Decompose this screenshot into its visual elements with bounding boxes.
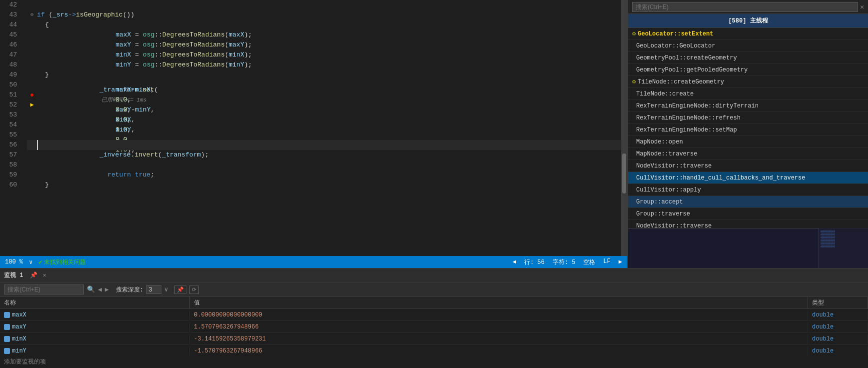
stack-item-label: RexTerrainEngineNode::refresh	[632, 114, 741, 122]
stack-item-cullvisitor-handle[interactable]: CullVisitor::handle_cull_callbacks_and_t…	[628, 172, 868, 184]
line-numbers: 42 43 44 45 46 47 48 49 50 51 52 53 54 5…	[0, 0, 25, 256]
watch-panel: 监视 1 📌 ✕ 🔍 ◀ ▶ 搜索深度: ∨ 📌 ⟳ 名称 值 类型	[0, 268, 868, 368]
bottom-section: 监视 1 📌 ✕ 🔍 ◀ ▶ 搜索深度: ∨ 📌 ⟳ 名称 值 类型	[0, 268, 868, 368]
watch-cell-name-maxx: maxX	[0, 310, 190, 320]
zoom-level[interactable]: 100 %	[5, 258, 23, 266]
stack-items[interactable]: ⚙ GeoLocator::setExtent GeoLocator::GeoL…	[628, 28, 868, 228]
code-line	[27, 0, 621, 10]
thumbnail-area: ████████████████████████████████████████…	[628, 228, 868, 268]
col-header-type: 类型	[808, 297, 868, 308]
search-depth-input[interactable]	[146, 285, 161, 294]
code-line: _inverse.invert(_transform);	[27, 150, 621, 160]
stack-item-rex-dirty[interactable]: RexTerrainEngineNode::dirtyTerrain	[628, 100, 868, 112]
watch-header: 监视 1 📌 ✕	[0, 268, 868, 282]
space-info: 空格	[583, 258, 595, 266]
watch-row-miny[interactable]: minY -1.5707963267948966 double	[0, 345, 868, 356]
watch-row-minx[interactable]: minX -3.14159265358979231 double	[0, 333, 868, 345]
stack-item-nodevisitor-traverse2[interactable]: NodeVisitor::traverse	[628, 220, 868, 228]
stack-item-label: GeoLocator::setExtent	[638, 30, 713, 38]
stack-item-group-traverse[interactable]: Group::traverse	[628, 208, 868, 220]
watch-icon	[4, 312, 10, 318]
stack-item-tilenode-creategeometry[interactable]: ⚙ TileNode::createGeometry	[628, 76, 868, 88]
refresh-btn[interactable]: ⟳	[189, 286, 199, 294]
stack-item-label: CullVisitor::handle_cull_callbacks_and_t…	[632, 174, 805, 182]
close-icon[interactable]: ✕	[42, 272, 46, 279]
right-panel-wrapper: ✕ [580] 主线程 ⚙ GeoLocator::setExtent GeoL…	[628, 0, 868, 268]
breakpoint-gutter[interactable]: ●	[27, 90, 37, 100]
status-bar-left: 100 % ∨ ✔ 未找到相关问题	[5, 258, 86, 266]
watch-cell-name-miny: minY	[0, 346, 190, 356]
stack-item-rex-refresh[interactable]: RexTerrainEngineNode::refresh	[628, 112, 868, 124]
call-stack-container: [580] 主线程 ⚙ GeoLocator::setExtent GeoLoc…	[628, 14, 868, 228]
stack-item-tilenode-create[interactable]: TileNode::create	[628, 88, 868, 100]
gear-icon-2: ⚙	[632, 78, 636, 86]
stack-item-geolocator-geolocator[interactable]: GeoLocator::GeoLocator	[628, 40, 868, 52]
watch-var-name: maxX	[12, 312, 26, 318]
code-line: return true;	[27, 170, 621, 180]
watch-icon	[4, 336, 10, 342]
clear-search-icon[interactable]: ✕	[860, 3, 864, 11]
stack-item-label: GeometryPool::getPooledGeometry	[632, 66, 748, 74]
gear-icon: ⚙	[632, 30, 636, 38]
stack-item-rex-setmap[interactable]: RexTerrainEngineNode::setMap	[628, 124, 868, 136]
pin-icon[interactable]: 📌	[30, 272, 37, 279]
stack-item-label: MapNode::traverse	[632, 150, 697, 158]
watch-cell-value-maxy: 1.5707963267948966	[190, 322, 808, 332]
status-bar: 100 % ∨ ✔ 未找到相关问题 ◀ 行: 56 字符: 5 空格 LF ▶	[0, 256, 627, 268]
stack-item-geometrypool-create[interactable]: GeometryPool::createGeometry	[628, 52, 868, 64]
code-lines[interactable]: ⊖ if ( _srs -> isGeographic ()) {	[25, 0, 621, 256]
nav-forward-icon[interactable]: ▶	[105, 286, 109, 294]
watch-row-maxy[interactable]: maxY 1.5707963267948966 double	[0, 321, 868, 333]
watch-cell-type-miny: double	[808, 346, 868, 356]
main-layout: 42 43 44 45 46 47 48 49 50 51 52 53 54 5…	[0, 0, 868, 368]
watch-search-bar: 🔍 ◀ ▶ 搜索深度: ∨ 📌 ⟳	[0, 282, 868, 297]
code-scrollbar-thumb[interactable]	[622, 154, 626, 194]
stack-item-mapnode-traverse[interactable]: MapNode::traverse	[628, 148, 868, 160]
stack-item-label: TileNode::create	[632, 90, 694, 98]
code-content: 42 43 44 45 46 47 48 49 50 51 52 53 54 5…	[0, 0, 627, 256]
watch-cell-name-maxy: maxY	[0, 322, 190, 332]
right-search-input[interactable]	[632, 2, 858, 12]
watch-rows: maxX 0.00000000000000000 double maxY 1.5…	[0, 309, 868, 356]
depth-dropdown-icon[interactable]: ∨	[164, 286, 168, 294]
collapse-icon[interactable]: ⊖	[30, 10, 33, 20]
watch-cell-type-minx: double	[808, 334, 868, 344]
scroll-left-icon[interactable]: ◀	[513, 258, 516, 266]
search-depth-label: 搜索深度:	[116, 286, 143, 294]
search-icon[interactable]: 🔍	[87, 286, 95, 294]
code-scrollbar[interactable]	[621, 0, 627, 256]
stack-item-geometrypool-getpooled[interactable]: GeometryPool::getPooledGeometry	[628, 64, 868, 76]
watch-var-name: minX	[12, 336, 26, 342]
top-section: 42 43 44 45 46 47 48 49 50 51 52 53 54 5…	[0, 0, 868, 268]
stack-item-cullvisitor-apply[interactable]: CullVisitor::apply	[628, 184, 868, 196]
check-icon: ✔	[38, 258, 42, 266]
code-thumbnail: ████████████████████████████████████████…	[818, 228, 868, 268]
status-bar-right: ◀ 行: 56 字符: 5 空格 LF ▶	[513, 258, 622, 266]
stack-item-label: NodeVisitor::traverse	[632, 162, 712, 170]
stack-item-label: RexTerrainEngineNode::setMap	[632, 126, 737, 134]
stack-item-mapnode-open[interactable]: MapNode::open	[628, 136, 868, 148]
char-info: 字符: 5	[553, 258, 576, 266]
status-ok: ✔ 未找到相关问题	[38, 258, 86, 266]
watch-var-name: maxY	[12, 324, 26, 330]
scroll-right-icon[interactable]: ▶	[619, 258, 622, 266]
stack-item-group-accept[interactable]: Group::accept	[628, 196, 868, 208]
nav-back-icon[interactable]: ◀	[98, 286, 102, 294]
stack-item-label: GeometryPool::createGeometry	[632, 54, 737, 62]
stack-item-label: GeoLocator::GeoLocator	[632, 42, 715, 50]
stack-item-label: Group::traverse	[632, 210, 690, 218]
code-line: minY = osg::DegreesToRadians(minY);	[27, 60, 621, 70]
add-watch-button[interactable]: 添加要监视的项	[0, 356, 868, 368]
watch-row-maxx[interactable]: maxX 0.00000000000000000 double	[0, 309, 868, 321]
col-header-name: 名称	[0, 297, 190, 308]
pin-btn[interactable]: 📌	[174, 286, 186, 294]
watch-cell-value-maxx: 0.00000000000000000	[190, 310, 808, 320]
stack-item-label: Group::accept	[632, 198, 683, 206]
stack-item-label: TileNode::createGeometry	[638, 78, 724, 86]
stack-item-geolocator-setextent[interactable]: ⚙ GeoLocator::setExtent	[628, 28, 868, 40]
stack-item-nodevisitor-traverse1[interactable]: NodeVisitor::traverse	[628, 160, 868, 172]
right-search: ✕	[628, 0, 868, 14]
watch-cell-type-maxy: double	[808, 322, 868, 332]
thread-header: [580] 主线程	[628, 14, 868, 28]
watch-search-input[interactable]	[4, 284, 84, 294]
